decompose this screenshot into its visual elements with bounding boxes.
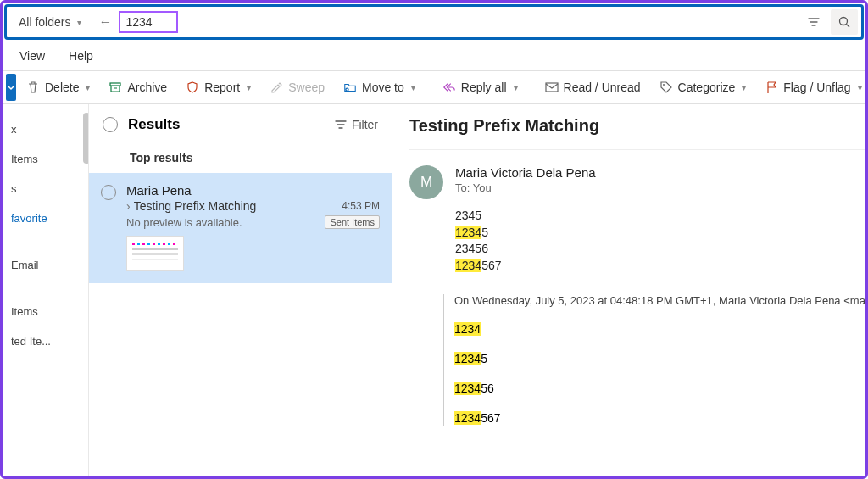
sidebar-item[interactable]: s bbox=[3, 174, 88, 203]
trash-icon bbox=[26, 81, 40, 94]
delete-button[interactable]: Delete ▾ bbox=[18, 71, 98, 103]
report-label: Report bbox=[204, 81, 240, 94]
sidebar-item[interactable]: Items bbox=[3, 144, 88, 174]
result-item[interactable]: Maria Pena › Testing Prefix Matching 4:5… bbox=[89, 173, 392, 283]
chevron-down-icon: ▾ bbox=[247, 83, 251, 92]
body-line: 12345 bbox=[455, 225, 865, 242]
sweep-button[interactable]: Sweep bbox=[261, 71, 333, 103]
folder-move-icon bbox=[343, 81, 357, 94]
reply-all-icon bbox=[442, 81, 456, 94]
search-input[interactable] bbox=[125, 15, 168, 29]
read-unread-label: Read / Unread bbox=[564, 81, 641, 94]
reply-all-button[interactable]: Reply all ▾ bbox=[434, 71, 526, 103]
search-filter-icon[interactable] bbox=[800, 9, 827, 35]
body-line: 23456 bbox=[455, 241, 865, 258]
flag-icon bbox=[765, 81, 778, 94]
svg-line-1 bbox=[847, 25, 850, 28]
menu-strip: View Help bbox=[3, 42, 865, 70]
sweep-label: Sweep bbox=[288, 81, 325, 94]
search-submit-icon[interactable] bbox=[831, 9, 858, 35]
sidebar-item[interactable]: favorite bbox=[3, 203, 88, 233]
filter-button[interactable]: Filter bbox=[335, 118, 378, 131]
folder-scope-label: All folders bbox=[19, 15, 70, 29]
envelope-icon bbox=[545, 81, 559, 94]
filter-label: Filter bbox=[352, 118, 378, 131]
body-line: 1234567 bbox=[455, 258, 865, 275]
sidebar-item[interactable]: Items bbox=[3, 297, 88, 326]
result-folder-tag: Sent Items bbox=[325, 215, 380, 229]
message-to: To: You bbox=[455, 181, 596, 194]
message-header: M Maria Victoria Dela Pena To: You bbox=[409, 150, 865, 204]
svg-rect-2 bbox=[110, 83, 120, 86]
filter-icon bbox=[335, 120, 347, 130]
tag-icon bbox=[659, 81, 673, 94]
body-line: 1234 bbox=[454, 322, 865, 337]
results-section-label: Top results bbox=[89, 142, 392, 173]
delete-label: Delete bbox=[45, 81, 79, 94]
message-subject: Testing Prefix Matching bbox=[409, 116, 865, 150]
read-unread-button[interactable]: Read / Unread bbox=[537, 71, 649, 103]
sidebar-item[interactable]: ted Ite... bbox=[3, 326, 88, 356]
result-subject: › Testing Prefix Matching bbox=[126, 199, 256, 213]
menu-help[interactable]: Help bbox=[69, 49, 93, 63]
archive-icon bbox=[108, 81, 122, 94]
avatar: M bbox=[409, 165, 443, 199]
svg-rect-4 bbox=[546, 83, 558, 92]
select-all-checkbox[interactable] bbox=[103, 117, 118, 132]
move-to-label: Move to bbox=[362, 81, 404, 94]
shield-icon bbox=[186, 81, 199, 94]
body-line: 2345 bbox=[455, 208, 865, 225]
quoted-message: On Wednesday, July 5, 2023 at 04:48:18 P… bbox=[443, 294, 865, 426]
sidebar-item[interactable]: x bbox=[3, 114, 88, 144]
sidebar-item[interactable]: Email bbox=[3, 250, 88, 280]
toolbar-context-dropdown[interactable] bbox=[6, 74, 16, 101]
sidebar-item[interactable] bbox=[3, 233, 88, 250]
flag-label: Flag / Unflag bbox=[783, 81, 850, 94]
sidebar-item[interactable] bbox=[3, 280, 88, 297]
svg-point-5 bbox=[663, 84, 665, 86]
sweep-icon bbox=[270, 81, 283, 94]
svg-point-0 bbox=[840, 18, 848, 25]
results-header: Results Filter bbox=[89, 104, 392, 142]
chevron-down-icon: ▾ bbox=[514, 83, 518, 92]
chevron-right-icon: › bbox=[126, 199, 131, 213]
search-back-button[interactable]: ← bbox=[90, 14, 120, 30]
flag-button[interactable]: Flag / Unflag ▾ bbox=[756, 71, 868, 103]
search-bar: All folders ▾ ← bbox=[4, 4, 864, 40]
result-preview: No preview is available. bbox=[126, 216, 242, 229]
chevron-down-icon: ▾ bbox=[77, 18, 81, 27]
categorize-button[interactable]: Categorize ▾ bbox=[651, 71, 755, 103]
chevron-down-icon: ▾ bbox=[411, 83, 415, 92]
result-thumbnail bbox=[126, 236, 184, 271]
search-input-highlight bbox=[119, 11, 178, 33]
message-from: Maria Victoria Dela Pena bbox=[455, 165, 596, 180]
body-line: 123456 bbox=[454, 382, 865, 396]
menu-view[interactable]: View bbox=[19, 49, 45, 63]
results-pane: Results Filter Top results Maria Pena › … bbox=[89, 104, 392, 479]
quote-meta: On Wednesday, July 5, 2023 at 04:48:18 P… bbox=[454, 294, 865, 307]
chevron-down-icon: ▾ bbox=[858, 83, 862, 92]
chevron-down-icon: ▾ bbox=[742, 83, 746, 92]
body-line: 12345 bbox=[454, 352, 865, 366]
body-line: 1234567 bbox=[454, 411, 865, 426]
results-title: Results bbox=[128, 116, 325, 133]
folder-scope-dropdown[interactable]: All folders ▾ bbox=[10, 15, 90, 29]
result-sender: Maria Pena bbox=[126, 183, 192, 198]
categorize-label: Categorize bbox=[678, 81, 736, 94]
result-time: 4:53 PM bbox=[342, 200, 380, 212]
sidebar-scrollbar[interactable] bbox=[83, 113, 89, 164]
reading-pane: Testing Prefix Matching M Maria Victoria… bbox=[392, 104, 865, 479]
report-button[interactable]: Report ▾ bbox=[177, 71, 259, 103]
result-select-checkbox[interactable] bbox=[101, 185, 116, 200]
main: xItemssfavoriteEmailItemsted Ite... Resu… bbox=[3, 104, 865, 479]
archive-label: Archive bbox=[127, 81, 167, 94]
move-to-button[interactable]: Move to ▾ bbox=[335, 71, 424, 103]
reply-all-label: Reply all bbox=[461, 81, 507, 94]
toolbar: Delete ▾ Archive Report ▾ Sweep Move to … bbox=[3, 70, 865, 104]
message-body: 234512345234561234567 bbox=[409, 204, 865, 274]
archive-button[interactable]: Archive bbox=[100, 71, 175, 103]
chevron-down-icon: ▾ bbox=[86, 83, 90, 92]
folder-sidebar: xItemssfavoriteEmailItemsted Ite... bbox=[3, 104, 89, 479]
